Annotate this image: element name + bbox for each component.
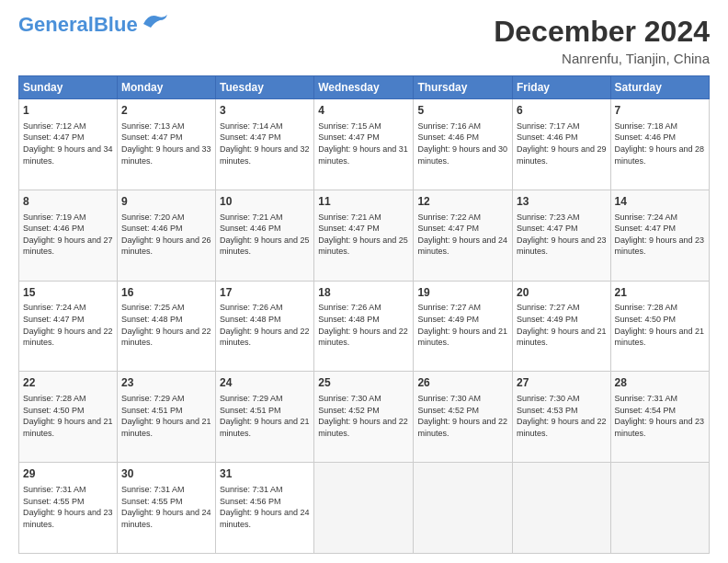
cell-info: Sunrise: 7:19 AMSunset: 4:46 PMDaylight:… (23, 213, 113, 257)
calendar-table: SundayMondayTuesdayWednesdayThursdayFrid… (18, 75, 710, 554)
day-number: 30 (121, 466, 211, 482)
calendar-cell: 23Sunrise: 7:29 AMSunset: 4:51 PMDayligh… (117, 372, 215, 463)
calendar-cell: 15Sunrise: 7:24 AMSunset: 4:47 PMDayligh… (19, 281, 118, 372)
cell-info: Sunrise: 7:31 AMSunset: 4:56 PMDaylight:… (220, 485, 310, 529)
calendar-cell: 19Sunrise: 7:27 AMSunset: 4:49 PMDayligh… (414, 281, 513, 372)
header-row: SundayMondayTuesdayWednesdayThursdayFrid… (19, 76, 710, 99)
calendar-cell: 9Sunrise: 7:20 AMSunset: 4:46 PMDaylight… (117, 190, 215, 281)
day-number: 17 (220, 285, 310, 301)
day-number: 18 (318, 285, 409, 301)
day-number: 7 (615, 103, 705, 119)
logo-bird-icon (140, 11, 173, 31)
cell-info: Sunrise: 7:27 AMSunset: 4:49 PMDaylight:… (417, 303, 507, 347)
day-header-thursday: Thursday (414, 76, 513, 99)
cell-info: Sunrise: 7:24 AMSunset: 4:47 PMDaylight:… (23, 303, 113, 347)
day-number: 19 (417, 285, 508, 301)
day-number: 9 (121, 194, 211, 210)
cell-info: Sunrise: 7:28 AMSunset: 4:50 PMDaylight:… (615, 303, 705, 347)
calendar-cell: 6Sunrise: 7:17 AMSunset: 4:46 PMDaylight… (512, 99, 610, 190)
calendar-cell: 26Sunrise: 7:30 AMSunset: 4:52 PMDayligh… (414, 372, 513, 463)
cell-info: Sunrise: 7:26 AMSunset: 4:48 PMDaylight:… (220, 303, 310, 347)
day-number: 10 (220, 194, 310, 210)
cell-info: Sunrise: 7:14 AMSunset: 4:47 PMDaylight:… (220, 121, 310, 166)
calendar-cell: 20Sunrise: 7:27 AMSunset: 4:49 PMDayligh… (512, 281, 610, 372)
calendar-cell: 10Sunrise: 7:21 AMSunset: 4:46 PMDayligh… (216, 190, 314, 281)
day-number: 8 (23, 194, 113, 210)
cell-info: Sunrise: 7:20 AMSunset: 4:46 PMDaylight:… (121, 213, 211, 257)
day-number: 6 (517, 103, 607, 119)
cell-info: Sunrise: 7:25 AMSunset: 4:48 PMDaylight:… (121, 303, 211, 347)
day-header-wednesday: Wednesday (314, 76, 414, 99)
calendar-body: 1Sunrise: 7:12 AMSunset: 4:47 PMDaylight… (19, 99, 710, 554)
day-number: 1 (23, 103, 113, 119)
day-number: 13 (517, 194, 607, 210)
logo-text: GeneralBlue (18, 15, 138, 35)
cell-info: Sunrise: 7:30 AMSunset: 4:52 PMDaylight:… (318, 394, 408, 438)
logo-blue: Blue (94, 13, 138, 36)
calendar-cell: 29Sunrise: 7:31 AMSunset: 4:55 PMDayligh… (19, 463, 118, 554)
calendar-cell: 1Sunrise: 7:12 AMSunset: 4:47 PMDaylight… (19, 99, 118, 190)
cell-info: Sunrise: 7:21 AMSunset: 4:46 PMDaylight:… (220, 213, 310, 257)
calendar-cell: 8Sunrise: 7:19 AMSunset: 4:46 PMDaylight… (19, 190, 118, 281)
day-number: 5 (417, 103, 508, 119)
title-area: December 2024 Nanrenfu, Tianjin, China (494, 15, 710, 66)
day-number: 29 (23, 466, 113, 482)
cell-info: Sunrise: 7:16 AMSunset: 4:46 PMDaylight:… (417, 121, 507, 166)
calendar-header: SundayMondayTuesdayWednesdayThursdayFrid… (19, 76, 710, 99)
month-title: December 2024 (494, 15, 710, 49)
calendar-cell: 24Sunrise: 7:29 AMSunset: 4:51 PMDayligh… (216, 372, 314, 463)
day-number: 15 (23, 285, 113, 301)
cell-info: Sunrise: 7:22 AMSunset: 4:47 PMDaylight:… (417, 213, 507, 257)
calendar-cell: 11Sunrise: 7:21 AMSunset: 4:47 PMDayligh… (314, 190, 414, 281)
day-header-sunday: Sunday (19, 76, 118, 99)
calendar-cell: 5Sunrise: 7:16 AMSunset: 4:46 PMDaylight… (414, 99, 513, 190)
calendar-cell: 22Sunrise: 7:28 AMSunset: 4:50 PMDayligh… (19, 372, 118, 463)
day-number: 24 (220, 375, 310, 391)
cell-info: Sunrise: 7:12 AMSunset: 4:47 PMDaylight:… (23, 121, 113, 166)
calendar-cell: 28Sunrise: 7:31 AMSunset: 4:54 PMDayligh… (610, 372, 709, 463)
calendar-cell: 2Sunrise: 7:13 AMSunset: 4:47 PMDaylight… (117, 99, 215, 190)
day-number: 25 (318, 375, 409, 391)
cell-info: Sunrise: 7:21 AMSunset: 4:47 PMDaylight:… (318, 213, 408, 257)
calendar-cell: 16Sunrise: 7:25 AMSunset: 4:48 PMDayligh… (117, 281, 215, 372)
day-number: 14 (615, 194, 705, 210)
day-number: 20 (517, 285, 607, 301)
calendar-cell: 17Sunrise: 7:26 AMSunset: 4:48 PMDayligh… (216, 281, 314, 372)
cell-info: Sunrise: 7:24 AMSunset: 4:47 PMDaylight:… (615, 213, 705, 257)
cell-info: Sunrise: 7:26 AMSunset: 4:48 PMDaylight:… (318, 303, 408, 347)
logo: GeneralBlue (18, 15, 173, 35)
cell-info: Sunrise: 7:29 AMSunset: 4:51 PMDaylight:… (121, 394, 211, 438)
day-number: 28 (615, 375, 705, 391)
cell-info: Sunrise: 7:28 AMSunset: 4:50 PMDaylight:… (23, 394, 113, 438)
calendar-cell: 21Sunrise: 7:28 AMSunset: 4:50 PMDayligh… (610, 281, 709, 372)
logo-general: General (18, 13, 94, 36)
calendar-cell: 27Sunrise: 7:30 AMSunset: 4:53 PMDayligh… (512, 372, 610, 463)
calendar-cell: 25Sunrise: 7:30 AMSunset: 4:52 PMDayligh… (314, 372, 414, 463)
cell-info: Sunrise: 7:30 AMSunset: 4:52 PMDaylight:… (417, 394, 507, 438)
cell-info: Sunrise: 7:31 AMSunset: 4:54 PMDaylight:… (615, 394, 705, 438)
calendar-cell: 12Sunrise: 7:22 AMSunset: 4:47 PMDayligh… (414, 190, 513, 281)
calendar-cell (414, 463, 513, 554)
day-number: 3 (220, 103, 310, 119)
day-number: 22 (23, 375, 113, 391)
calendar-cell (314, 463, 414, 554)
calendar-week-5: 29Sunrise: 7:31 AMSunset: 4:55 PMDayligh… (19, 463, 710, 554)
day-number: 21 (615, 285, 705, 301)
cell-info: Sunrise: 7:18 AMSunset: 4:46 PMDaylight:… (615, 121, 705, 166)
cell-info: Sunrise: 7:29 AMSunset: 4:51 PMDaylight:… (220, 394, 310, 438)
day-number: 26 (417, 375, 508, 391)
calendar-week-2: 8Sunrise: 7:19 AMSunset: 4:46 PMDaylight… (19, 190, 710, 281)
calendar-week-4: 22Sunrise: 7:28 AMSunset: 4:50 PMDayligh… (19, 372, 710, 463)
header: GeneralBlue December 2024 Nanrenfu, Tian… (18, 15, 710, 66)
cell-info: Sunrise: 7:27 AMSunset: 4:49 PMDaylight:… (517, 303, 607, 347)
cell-info: Sunrise: 7:31 AMSunset: 4:55 PMDaylight:… (121, 485, 211, 529)
day-number: 12 (417, 194, 508, 210)
day-number: 27 (517, 375, 607, 391)
day-header-friday: Friday (512, 76, 610, 99)
cell-info: Sunrise: 7:23 AMSunset: 4:47 PMDaylight:… (517, 213, 607, 257)
calendar-week-1: 1Sunrise: 7:12 AMSunset: 4:47 PMDaylight… (19, 99, 710, 190)
day-header-tuesday: Tuesday (216, 76, 314, 99)
cell-info: Sunrise: 7:30 AMSunset: 4:53 PMDaylight:… (517, 394, 607, 438)
calendar-cell: 30Sunrise: 7:31 AMSunset: 4:55 PMDayligh… (117, 463, 215, 554)
day-header-saturday: Saturday (610, 76, 709, 99)
